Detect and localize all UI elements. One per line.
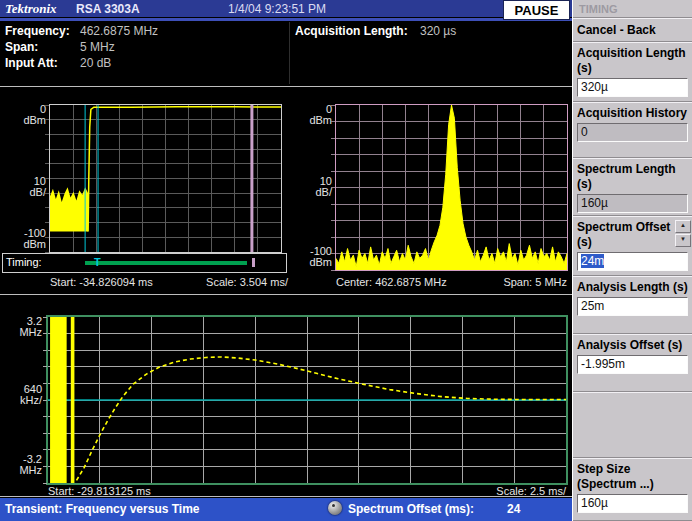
frequency-vs-time-plot	[46, 315, 568, 485]
chart1-status: Start: -34.826094 ms Scale: 3.504 ms/	[50, 276, 288, 288]
chart2-ylabel-bottom: -100dBm	[292, 246, 332, 268]
spinner-up-icon[interactable]: ▲	[675, 220, 691, 233]
sidebar-value-acquisition-length-s[interactable]: 320µ	[577, 78, 688, 97]
sidebar-item-label: Acquisition Length (s)	[573, 43, 692, 76]
menu-title: TIMING	[573, 0, 692, 18]
p3-canvas	[48, 317, 566, 483]
sidebar-item-acquisition-length-s[interactable]: Acquisition Length (s)320µ	[573, 42, 692, 102]
knob-assignment-value: 24	[507, 502, 520, 516]
signal-band-1	[71, 317, 75, 483]
sidebar-item-acquisition-history[interactable]: Acquisition History0	[573, 102, 692, 158]
chart2-span: Span: 5 MHz	[503, 276, 567, 288]
sidebar-item-spectrum-offset-s[interactable]: Spectrum Offset (s)▲▼24m	[573, 216, 692, 276]
chart1-ylabel-bottom: -100dBm	[6, 228, 46, 250]
datetime-label: 1/4/04 9:23:51 PM	[228, 2, 326, 16]
sidebar-value-spectrum-offset-s[interactable]: 24m	[577, 252, 688, 271]
p1-canvas	[50, 105, 281, 252]
acquisition-length-value: 320 µs	[420, 24, 456, 38]
trigger-marker: T	[94, 256, 101, 268]
noise-burst-region	[50, 187, 88, 231]
signal-band-0	[50, 317, 67, 483]
timing-strip: Timing: T	[2, 253, 287, 273]
frequency-settling-trace	[76, 357, 566, 480]
sidebar-item-cancel-back[interactable]: Cancel - Back	[573, 18, 692, 42]
frequency-value: 462.6875 MHz	[80, 24, 158, 38]
input-att-label: Input Att:	[5, 56, 58, 70]
power-vs-time-plot	[49, 104, 282, 253]
spinner-down-icon[interactable]: ▼	[675, 234, 691, 247]
frequency-label: Frequency:	[5, 24, 70, 38]
spectrum-plot	[335, 104, 568, 271]
instrument-screen: Tektronix RSA 3303A 1/4/04 9:23:51 PM PA…	[0, 0, 692, 521]
sidebar-item-analysis-length-s[interactable]: Analysis Length (s)25m	[573, 276, 692, 334]
sidebar-value-acquisition-history[interactable]: 0	[577, 123, 688, 142]
chart1-start: Start: -34.826094 ms	[50, 276, 153, 288]
model-label: RSA 3303A	[76, 2, 140, 16]
sidebar-item-label: Analysis Offset (s)	[573, 335, 692, 353]
chart2-center: Center: 462.6875 MHz	[336, 276, 447, 288]
brand-logo: Tektronix	[5, 1, 57, 17]
sidebar-item-analysis-offset-s[interactable]: Analysis Offset (s)-1.995m	[573, 334, 692, 392]
chart1-ylabel-top: 0dBm	[6, 104, 46, 126]
chart3-ylabel-bottom: -3.2MHz	[2, 454, 42, 476]
titlebar-underline	[0, 18, 572, 21]
menu-spacer	[573, 392, 692, 458]
input-att-value: 20 dB	[80, 56, 111, 70]
separator-middle	[0, 294, 572, 295]
chart1-scale: Scale: 3.504 ms/	[206, 276, 288, 288]
sidebar-item-label: Cancel - Back	[573, 19, 692, 38]
selected-value-text: 24m	[581, 254, 604, 268]
chart3-ylabel-top: 3.2MHz	[2, 316, 42, 338]
chart3-status: Start: -29.813125 ms Scale: 2.5 ms/	[48, 485, 566, 497]
softkey-menu: TIMING Cancel - BackAcquisition Length (…	[572, 0, 692, 521]
menu-items: Cancel - BackAcquisition Length (s)320µA…	[573, 18, 692, 521]
timing-label: Timing:	[6, 256, 42, 268]
p2-canvas	[336, 105, 567, 270]
sidebar-item-spectrum-length-s[interactable]: Spectrum Length (s)160µ	[573, 158, 692, 216]
status-bar: Transient: Frequency versus Time Spectru…	[0, 498, 572, 521]
chart2-status: Center: 462.6875 MHz Span: 5 MHz	[336, 276, 567, 288]
knob-assignment-label: Spectrum Offset (ms):	[348, 502, 474, 516]
pause-button[interactable]: PAUSE	[503, 0, 570, 20]
sidebar-value-analysis-offset-s[interactable]: -1.995m	[577, 355, 688, 374]
sidebar-item-step-size-spectrum[interactable]: Step Size (Spectrum ...)160µ	[573, 458, 692, 521]
sidebar-item-label: Acquisition History	[573, 103, 692, 121]
acquisition-length-label: Acquisition Length:	[295, 24, 408, 38]
sidebar-value-spectrum-length-s[interactable]: 160µ	[577, 194, 688, 213]
chart1-ylabel-mid: 10dB/	[6, 176, 46, 198]
chart3-scale: Scale: 2.5 ms/	[496, 485, 566, 497]
mode-label: Transient: Frequency versus Time	[5, 502, 200, 516]
timing-tick	[252, 258, 255, 267]
timing-span-bar	[85, 261, 247, 265]
knob-dot	[332, 504, 335, 507]
title-bar: Tektronix RSA 3303A 1/4/04 9:23:51 PM	[0, 0, 572, 17]
separator-top	[0, 86, 572, 87]
chart3-ylabel-mid: 640kHz/	[2, 384, 42, 406]
span-label: Span:	[5, 40, 38, 54]
chart3-start: Start: -29.813125 ms	[48, 485, 151, 497]
value-spinner: ▲▼	[675, 220, 691, 247]
chart2-ylabel-mid: 10dB/	[292, 176, 332, 198]
sidebar-item-label: Spectrum Length (s)	[573, 159, 692, 192]
sidebar-value-step-size-spectrum[interactable]: 160µ	[577, 494, 688, 513]
info-divider	[289, 22, 290, 84]
sidebar-item-label: Analysis Length (s)	[573, 277, 692, 295]
chart2-ylabel-top: 0dBm	[292, 104, 332, 126]
span-value: 5 MHz	[80, 40, 115, 54]
sidebar-item-label: Step Size (Spectrum ...)	[573, 459, 692, 492]
sidebar-value-analysis-length-s[interactable]: 25m	[577, 297, 688, 316]
rotary-knob-icon[interactable]	[328, 501, 342, 515]
